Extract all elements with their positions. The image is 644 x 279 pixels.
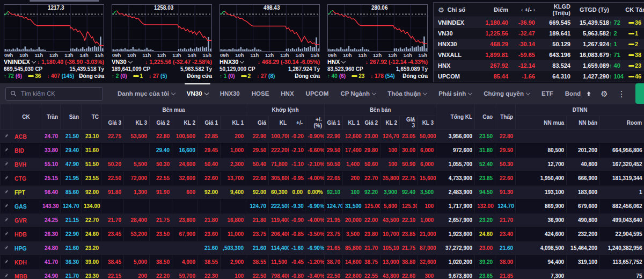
tab-hnx[interactable]: HNX — [275, 83, 299, 104]
index-row-VNXALL[interactable]: VNXALL1,899.81-59.65643.19616,083.679↑ 7… — [434, 49, 644, 60]
stock-search-box[interactable] — [5, 87, 103, 101]
subcol-nn-mua[interactable]: NN mua — [516, 116, 567, 130]
pin-icon[interactable] — [4, 161, 9, 166]
board-row-ACB[interactable]: ACB24.7021.5023.1022.7553,50022.80100,50… — [1, 130, 644, 144]
pin-icon[interactable] — [4, 133, 9, 138]
tab-danh-mục-của-tôi[interactable]: Danh mục của tôi — [112, 83, 181, 104]
subcol--[interactable]: +/- — [289, 116, 305, 130]
tab-etf[interactable]: ETF — [536, 83, 559, 104]
tab-vn30[interactable]: VN30 — [181, 83, 214, 104]
index-name-dropdown[interactable]: VN30 — [112, 59, 132, 66]
pin-icon[interactable] — [4, 147, 9, 152]
pin-cell[interactable] — [1, 213, 12, 227]
pin-cell[interactable] — [1, 185, 12, 199]
pin-icon[interactable] — [4, 245, 9, 250]
pin-cell[interactable] — [1, 199, 12, 213]
pin-icon[interactable] — [4, 203, 9, 208]
tab-upcom[interactable]: UPCOM — [300, 83, 335, 104]
pin-cell[interactable] — [1, 171, 12, 185]
col-ticker[interactable]: CK — [12, 104, 40, 130]
pin-cell[interactable] — [1, 227, 12, 241]
subcol-gi-2[interactable]: Giá 2 — [362, 116, 380, 130]
board-cell: -2.10% — [305, 158, 325, 171]
col-ceiling[interactable]: Trần — [40, 104, 61, 130]
board-row-GAS[interactable]: GAS143.30124.70134.00124.70222,500-9.30-… — [1, 199, 644, 213]
tab-cp-ngành[interactable]: CP Ngành — [334, 83, 382, 104]
subcol-gi-1[interactable]: Giá 1 — [325, 116, 343, 130]
board-cell: BID — [12, 144, 40, 158]
group-foreign: ĐTNN — [516, 104, 644, 116]
search-input[interactable] — [20, 90, 98, 97]
subcol-gi-3[interactable]: Giá 3 — [101, 116, 124, 130]
subcol-room[interactable]: Room — [600, 116, 644, 130]
col-high[interactable]: Cao — [475, 104, 495, 130]
index-row-HNX[interactable]: HNX267.92-12.1483.5241,659.089↑ 4023↓ 17… — [434, 60, 644, 71]
board-row-GVR[interactable]: GVR24.2521.1522.7021.7028,40021.7523,800… — [1, 213, 644, 227]
board-row-MBB[interactable]: MBB24.9021.7023.3022.1520022.2059,70022.… — [1, 269, 644, 279]
board-cell — [221, 199, 246, 213]
index-name-dropdown[interactable]: HNX30 — [219, 59, 244, 66]
board-row-HDB[interactable]: HDB26.3022.9024.6023.4553,20023.5067,900… — [1, 227, 644, 241]
subcol-kl[interactable]: KL — [269, 116, 289, 130]
tab-hnx30[interactable]: HNX30 — [214, 83, 246, 104]
subcol-kl-2[interactable]: KL 2 — [172, 116, 198, 130]
tab-chứng-quyền[interactable]: Chứng quyền — [478, 83, 536, 104]
board-cell: 22.20 — [150, 269, 172, 279]
index-row-UPCOM[interactable]: UPCOM85.44-1.6664.3101,427.290↑ 10446↓ 2… — [434, 71, 644, 82]
pin-cell[interactable] — [1, 269, 12, 279]
settings-gear-icon[interactable]: ⚙ — [601, 90, 608, 98]
pin-icon[interactable] — [4, 231, 9, 236]
pin-cell[interactable] — [1, 144, 12, 158]
tab-bond[interactable]: Bond — [559, 83, 587, 104]
subcol-gi-3[interactable]: Giá 3 — [400, 116, 418, 130]
top-scrollbar-thumb[interactable] — [30, 0, 99, 2]
subcol-kl-1[interactable]: KL 1 — [221, 116, 246, 130]
ceiling-count: (0) — [228, 73, 235, 80]
subcol-nn-b-n[interactable]: NN bán — [567, 116, 600, 130]
board-row-BID[interactable]: BID33.8029.4031.6029.4016,60029.451,0002… — [1, 144, 644, 158]
pin-icon[interactable] — [4, 189, 9, 194]
subcol-gi-[interactable]: Giá — [246, 116, 269, 130]
place-order-button[interactable]: Đặt lệnh — [635, 83, 644, 104]
arrow-up-icon[interactable] — [587, 90, 591, 97]
kebab-menu-icon[interactable]: ⋮ — [618, 90, 626, 98]
index-name-dropdown[interactable]: HNX — [327, 59, 345, 66]
board-row-CTG[interactable]: CTG25.1521.9523.5522.5072,00022.5532,600… — [1, 171, 644, 185]
pin-cell[interactable] — [1, 130, 12, 144]
col-floor[interactable]: Sàn — [61, 104, 82, 130]
index-row-VN30[interactable]: VN301,225.56-32.47189.6415,963.582↑ 21↓ … — [434, 28, 644, 39]
col-reference[interactable]: TC — [82, 104, 101, 130]
board-cell: 6,000 — [418, 144, 436, 158]
pin-icon[interactable] — [4, 259, 9, 264]
gear-icon[interactable]: ⚙ — [438, 6, 444, 14]
subcol-kl-3[interactable]: KL 3 — [124, 116, 150, 130]
subcol-gi-2[interactable]: Giá 2 — [150, 116, 172, 130]
index-row-VNINDEX[interactable]: VNINDEX1,180.40-36.90669.54515,439.518↑ … — [434, 17, 644, 28]
board-row-BVH[interactable]: BVH55.1047.9051.5050.205,50050.3024,6005… — [1, 158, 644, 171]
col-change[interactable]: ‹ +/- › — [508, 6, 535, 13]
board-row-KDH[interactable]: KDH41.7036.3039.0038.455,00038.504,00038… — [1, 255, 644, 269]
board-row-FPT[interactable]: FPT98.4085.6092.0091.801,30091.9060092.0… — [1, 185, 644, 199]
subcol--[interactable]: +/- (%) — [305, 116, 325, 130]
index-name-dropdown[interactable]: VNINDEX — [4, 59, 35, 66]
pin-icon[interactable] — [4, 217, 9, 222]
subcol-kl-2[interactable]: KL 2 — [380, 116, 400, 130]
subcol-kl-1[interactable]: KL 1 — [343, 116, 362, 130]
pin-icon[interactable] — [4, 175, 9, 180]
board-cell: 882,456,062 — [600, 199, 644, 213]
pin-cell[interactable] — [1, 241, 12, 255]
board-row-HPG[interactable]: HPG24.8021.6023.2021.60,503,30021.60114,… — [1, 241, 644, 255]
pin-icon[interactable] — [4, 273, 9, 278]
board-cell: 9,400 — [221, 185, 246, 199]
subcol-gi-1[interactable]: Giá 1 — [198, 116, 221, 130]
nav-actions: ⚙ ⋮ Đặt lệnh — [587, 83, 644, 104]
tab-hose[interactable]: HOSE — [246, 83, 275, 104]
col-total-volume[interactable]: Tổng KL — [436, 104, 475, 130]
subcol-kl-3[interactable]: KL 3 — [418, 116, 436, 130]
pin-cell[interactable] — [1, 158, 12, 171]
col-low[interactable]: Thấp — [495, 104, 516, 130]
pin-cell[interactable] — [1, 255, 12, 269]
tab-thỏa-thuận[interactable]: Thỏa thuận — [382, 83, 433, 104]
tab-phái-sinh[interactable]: Phái sinh — [433, 83, 478, 104]
index-row-HNX30[interactable]: HNX30468.29-30.1450.1291,267.924↑ 12↓ 27 — [434, 39, 644, 49]
